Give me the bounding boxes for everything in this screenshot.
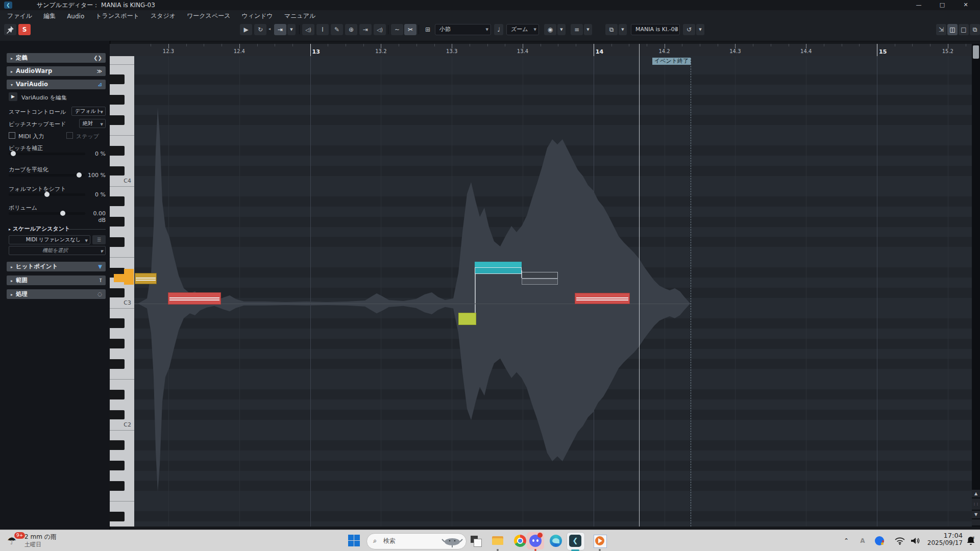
search-box[interactable]: ⌕ 検索 [366, 533, 467, 549]
black-key[interactable] [110, 440, 125, 450]
segment-green[interactable] [458, 313, 476, 325]
black-key[interactable] [110, 512, 125, 521]
slider-thumb[interactable] [60, 211, 65, 216]
scroll-down-button[interactable]: ▼ [972, 511, 980, 518]
black-key[interactable] [110, 237, 125, 247]
chrome-icon[interactable] [514, 535, 526, 547]
discord-icon[interactable] [529, 535, 542, 547]
black-key[interactable] [110, 146, 125, 156]
range-tool[interactable] [316, 24, 329, 35]
start-button[interactable] [348, 535, 360, 547]
zoom-preset-select[interactable]: ズーム▼ [506, 24, 539, 35]
menu-item[interactable]: トランスポート [95, 12, 139, 20]
scroll-up-button[interactable]: ▲ [972, 490, 980, 497]
weather-text[interactable]: 2 mm の雨 [24, 533, 57, 541]
section-range[interactable]: ▸範囲⊺ [7, 276, 106, 285]
menu-item[interactable]: Audio [67, 13, 84, 20]
show-inspector-button[interactable] [947, 24, 958, 35]
slider-track[interactable] [9, 174, 85, 177]
close-button[interactable]: ✕ [954, 0, 977, 10]
trim-tool[interactable] [359, 24, 372, 35]
display-mode-caret[interactable]: ▼ [619, 24, 627, 35]
black-key[interactable] [110, 288, 125, 298]
zoom-preset-handle[interactable]: ⋮⋮ [972, 498, 980, 510]
scrub-tool[interactable] [374, 24, 386, 35]
timeline-ruler[interactable]: 12.312.41313.213.313.41414.214.314.41515… [110, 44, 980, 57]
tray-blue-app-icon[interactable] [875, 536, 884, 551]
black-key[interactable] [110, 461, 125, 470]
view-options-caret[interactable]: ▼ [557, 24, 566, 35]
autoscroll-button[interactable]: ⇥ [274, 24, 286, 35]
segment-red-1[interactable] [168, 292, 221, 305]
weather-widget-icon[interactable]: ☂ 9+ [7, 534, 20, 547]
autoscroll-menu-caret[interactable]: ▼ [287, 24, 296, 35]
black-key[interactable] [110, 339, 125, 348]
tray-chevron-icon[interactable]: ⌃ [841, 530, 851, 551]
section-hitpoints[interactable]: ▸ヒットポイント▼ [7, 262, 106, 271]
play-button[interactable] [240, 24, 252, 35]
segment-teal-top[interactable] [475, 262, 522, 267]
slider-track[interactable] [9, 212, 85, 215]
pin-icon[interactable] [4, 24, 16, 35]
wifi-icon[interactable] [894, 536, 905, 551]
draw-tool[interactable] [331, 24, 343, 35]
black-key[interactable] [110, 95, 125, 105]
slider-thumb[interactable] [77, 172, 82, 178]
back-arrow-icon[interactable]: ❮ [4, 2, 12, 9]
scale-assistant-header[interactable]: ▸ スケールアシスタント [9, 225, 70, 233]
black-key[interactable] [110, 115, 125, 125]
menu-item[interactable]: 編集 [43, 12, 56, 20]
cycle-button[interactable] [254, 24, 266, 35]
pitch-snap-select[interactable]: 絶対▼ [79, 119, 106, 128]
menu-item[interactable]: ワークスペース [187, 12, 230, 20]
speaker-icon[interactable] [910, 536, 921, 551]
black-key[interactable] [110, 390, 125, 399]
segment-gray-top[interactable] [522, 272, 558, 279]
slider-track[interactable] [9, 153, 85, 155]
piano-keyboard[interactable]: C4C3C2 [110, 56, 135, 527]
function-select[interactable]: 機能を選択▼ [9, 246, 106, 255]
black-key[interactable] [110, 196, 125, 206]
clip-select[interactable]: MANIA is KI.-03▼ [631, 24, 680, 35]
black-key[interactable] [110, 481, 125, 491]
task-view-button[interactable] [470, 535, 482, 547]
midi-input-checkbox[interactable] [9, 132, 15, 139]
menu-item[interactable]: ウィンドウ [241, 12, 273, 20]
highlighted-key[interactable] [114, 274, 124, 282]
black-key[interactable] [110, 217, 125, 227]
layer-options-button[interactable] [571, 24, 583, 35]
color-menu-caret[interactable]: ▼ [696, 24, 704, 35]
media-player-icon[interactable] [594, 535, 606, 547]
zoom-corner-box[interactable] [972, 519, 980, 525]
audition-button[interactable] [302, 24, 314, 35]
color-menu-button[interactable] [683, 24, 695, 35]
setup-toolbar-button[interactable] [970, 24, 980, 35]
zoom-fit-button[interactable] [936, 24, 946, 35]
collapse-arrow-icon[interactable]: ◂ [268, 27, 271, 31]
minimize-button[interactable]: — [907, 0, 930, 10]
black-key[interactable] [110, 74, 125, 84]
quantize-icon[interactable] [494, 24, 503, 35]
edge-icon[interactable] [550, 535, 562, 547]
section-process[interactable]: ▸処理◌ [7, 289, 106, 299]
menu-item[interactable]: マニュアル [284, 12, 315, 20]
segment-gray-bottom[interactable] [522, 279, 558, 285]
vertical-scrollbar[interactable]: ▲ ⋮⋮ ▼ [972, 44, 980, 527]
slider-track[interactable] [9, 193, 85, 196]
variaudio-canvas[interactable] [134, 56, 972, 527]
show-regions-button[interactable] [959, 24, 969, 35]
section-audiowarp[interactable]: ▸AudioWarp≫ [7, 66, 106, 76]
view-options-button[interactable] [544, 24, 556, 35]
display-mode-button[interactable] [605, 24, 618, 35]
black-key[interactable] [110, 318, 125, 328]
slider-thumb[interactable] [44, 192, 50, 197]
menu-item[interactable]: スタジオ [151, 12, 176, 20]
variaudio-edit-button[interactable]: ▶ [9, 92, 17, 101]
highlighted-key[interactable] [124, 269, 134, 285]
snap-toggle-button[interactable] [404, 24, 416, 35]
search-highlight-manta-icon[interactable] [442, 535, 463, 548]
scrollbar-thumb[interactable] [973, 45, 979, 59]
solo-editor-button[interactable]: S [18, 24, 31, 35]
tray-app-icon[interactable]: A [857, 530, 868, 551]
clock[interactable]: 17:04 2025/09/17 [925, 532, 963, 551]
